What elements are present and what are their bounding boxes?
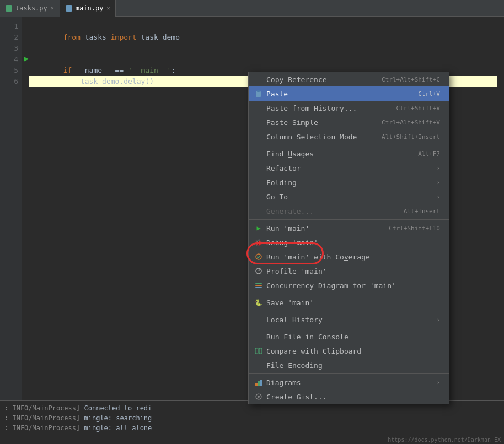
paste-history-shortcut: Ctrl+Shift+V xyxy=(396,105,440,112)
run-console-icon xyxy=(254,332,263,341)
debug-main-label: Debug 'main' xyxy=(266,239,318,247)
column-selection-icon xyxy=(254,132,263,141)
file-encoding-icon xyxy=(254,361,263,370)
diagrams-arrow: › xyxy=(436,379,440,386)
menu-save-main[interactable]: 🐍 Save 'main' xyxy=(249,295,449,310)
tab-tasks-close[interactable]: ✕ xyxy=(51,5,54,11)
run-arrow-icon: ▶ xyxy=(22,54,31,63)
menu-local-history[interactable]: Local History › xyxy=(249,312,449,327)
run-console-label: Run File in Console xyxy=(266,333,348,341)
code-line-3 xyxy=(29,43,497,54)
svg-rect-0 xyxy=(256,91,261,97)
console-line-1: : INFO/MainProcess] Connected to redi xyxy=(4,403,500,413)
tab-main-close[interactable]: ✕ xyxy=(106,5,110,11)
find-usages-shortcut: Alt+F7 xyxy=(418,150,440,158)
menu-run-console[interactable]: Run File in Console xyxy=(249,329,449,344)
line-numbers: 1 2 3 4 5 6 xyxy=(0,17,22,400)
diagrams-icon xyxy=(254,378,263,387)
menu-diagrams[interactable]: Diagrams › xyxy=(249,375,449,389)
svg-rect-10 xyxy=(255,383,258,386)
local-history-icon xyxy=(254,315,263,324)
column-selection-shortcut: Alt+Shift+Insert xyxy=(382,133,440,140)
code-line-4: if __name__ == '__main__': xyxy=(29,54,497,65)
menu-paste-simple[interactable]: Paste Simple Ctrl+Alt+Shift+V xyxy=(249,115,449,129)
save-main-label: Save 'main' xyxy=(266,299,314,307)
menu-debug-main[interactable]: 🐞 Debug 'main' xyxy=(249,235,449,250)
menu-profile-main[interactable]: Profile 'main' xyxy=(249,264,449,278)
svg-rect-6 xyxy=(255,285,262,286)
folding-arrow: › xyxy=(436,179,440,186)
svg-line-4 xyxy=(259,269,260,271)
concurrency-label: Concurrency Diagram for 'main' xyxy=(266,281,396,290)
paste-icon xyxy=(254,89,263,98)
menu-column-selection[interactable]: Column Selection Mode Alt+Shift+Insert xyxy=(249,129,449,144)
code-line-1: from tasks import task_demo xyxy=(29,21,497,32)
menu-compare-clipboard[interactable]: Compare with Clipboard xyxy=(249,344,449,358)
tab-main[interactable]: main.py ✕ xyxy=(60,0,116,17)
find-usages-icon xyxy=(254,149,263,158)
paste-simple-label: Paste Simple xyxy=(266,118,318,127)
menu-concurrency[interactable]: Concurrency Diagram for 'main' xyxy=(249,278,449,293)
tab-tasks[interactable]: tasks.py ✕ xyxy=(0,0,60,17)
separator-5 xyxy=(249,328,449,328)
svg-point-14 xyxy=(258,396,260,398)
console-line-3: : INFO/MainProcess] mingle: all alone xyxy=(4,423,500,433)
refactor-icon xyxy=(254,164,263,172)
run-main-shortcut: Ctrl+Shift+F10 xyxy=(389,225,440,232)
svg-rect-11 xyxy=(258,381,260,386)
console-line-2: : INFO/MainProcess] mingle: searching xyxy=(4,413,500,423)
menu-folding[interactable]: Folding › xyxy=(249,175,449,189)
file-encoding-label: File Encoding xyxy=(266,361,323,370)
copy-reference-icon xyxy=(254,75,263,84)
paste-simple-icon xyxy=(254,118,263,127)
menu-create-gist[interactable]: Create Gist... xyxy=(249,389,449,404)
find-usages-label: Find Usages xyxy=(266,150,314,158)
tab-tasks-label: tasks.py xyxy=(15,4,47,12)
refactor-arrow: › xyxy=(436,165,440,172)
debug-main-icon: 🐞 xyxy=(254,238,263,247)
menu-run-coverage[interactable]: Run 'main' with Coverage xyxy=(249,250,449,264)
run-coverage-icon xyxy=(254,252,263,261)
svg-rect-9 xyxy=(259,348,262,354)
menu-copy-reference[interactable]: Copy Reference Ctrl+Alt+Shift+C xyxy=(249,72,449,86)
menu-refactor[interactable]: Refactor › xyxy=(249,161,449,175)
refactor-label: Refactor xyxy=(266,164,301,172)
goto-icon xyxy=(254,192,263,201)
create-gist-icon xyxy=(254,392,263,401)
paste-label: Paste xyxy=(266,90,288,98)
goto-arrow: › xyxy=(436,193,440,201)
column-selection-label: Column Selection Mode xyxy=(266,133,357,141)
profile-main-icon xyxy=(254,267,263,275)
menu-find-usages[interactable]: Find Usages Alt+F7 xyxy=(249,147,449,161)
compare-clipboard-label: Compare with Clipboard xyxy=(266,347,361,355)
menu-paste[interactable]: Paste Ctrl+V xyxy=(249,86,449,101)
save-main-icon: 🐍 xyxy=(254,298,263,307)
tasks-file-icon xyxy=(6,5,12,12)
svg-rect-1 xyxy=(257,90,260,92)
menu-file-encoding[interactable]: File Encoding xyxy=(249,358,449,372)
run-main-label: Run 'main' xyxy=(266,224,309,232)
run-main-icon: ▶ xyxy=(254,224,263,232)
folding-icon xyxy=(254,178,263,187)
menu-goto[interactable]: Go To › xyxy=(249,189,449,204)
menu-paste-history[interactable]: Paste from History... Ctrl+Shift+V xyxy=(249,101,449,115)
menu-run-main[interactable]: ▶ Run 'main' Ctrl+Shift+F10 xyxy=(249,221,449,235)
profile-main-label: Profile 'main' xyxy=(266,267,327,275)
svg-rect-5 xyxy=(255,283,262,284)
separator-4 xyxy=(249,311,449,311)
paste-history-icon xyxy=(254,104,263,112)
svg-rect-12 xyxy=(260,380,262,386)
goto-label: Go To xyxy=(266,193,288,201)
paste-history-label: Paste from History... xyxy=(266,104,357,112)
local-history-arrow: › xyxy=(436,316,440,323)
create-gist-label: Create Gist... xyxy=(266,393,327,401)
paste-shortcut: Ctrl+V xyxy=(418,90,440,98)
svg-rect-8 xyxy=(255,348,258,354)
status-bar-url: https://docs.python.net/Darkman_EX xyxy=(384,436,504,444)
context-menu: Copy Reference Ctrl+Alt+Shift+C Paste Ct… xyxy=(248,72,449,404)
main-file-icon xyxy=(66,5,72,12)
local-history-label: Local History xyxy=(266,316,323,324)
separator-1 xyxy=(249,145,449,145)
tab-main-label: main.py xyxy=(76,4,104,12)
generate-shortcut: Alt+Insert xyxy=(404,208,440,215)
